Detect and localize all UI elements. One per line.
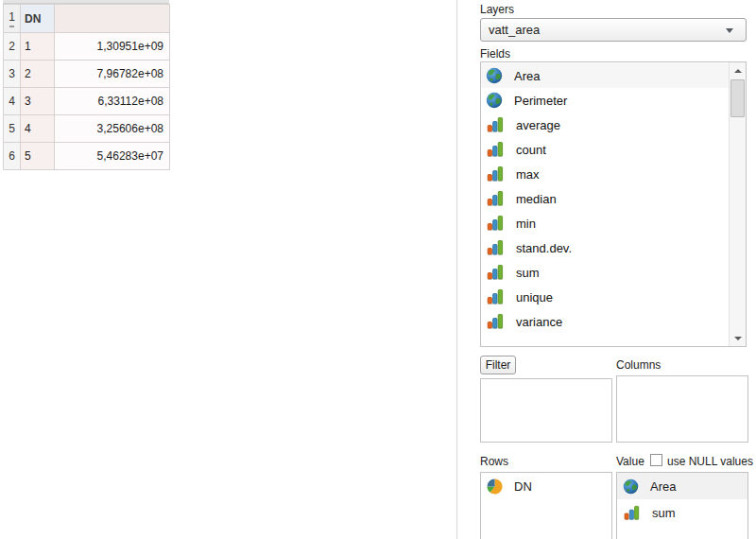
row-header[interactable]: 3	[4, 61, 21, 88]
sum-cell[interactable]: 7,96782e+08	[55, 61, 170, 88]
globe-icon	[486, 67, 503, 84]
groupstats-window: 1 DN 2 1 1,30951e+09 3 2 7,96782e+08 4 3…	[0, 0, 756, 539]
row-header[interactable]: 6	[4, 143, 21, 170]
row-header[interactable]: 2	[4, 33, 21, 61]
field-item-average[interactable]: average	[481, 113, 746, 137]
column-header-dn[interactable]: DN	[21, 5, 55, 33]
sum-cell[interactable]: 3,25606e+08	[55, 115, 170, 143]
bar-chart-icon	[486, 238, 505, 257]
field-label: variance	[516, 315, 562, 329]
value-label: Value	[616, 455, 644, 468]
field-label: min	[516, 217, 536, 231]
row-header-label: 1	[9, 10, 15, 24]
table-row: 5 4 3,25606e+08	[4, 115, 170, 143]
field-item-stand-dev[interactable]: stand.dev.	[481, 235, 746, 260]
value-item-area[interactable]: Area	[617, 473, 747, 499]
filter-drop-area[interactable]	[480, 378, 612, 443]
dn-cell[interactable]: 1	[21, 33, 55, 61]
row-header[interactable]: 4	[4, 88, 21, 115]
table-row: 4 3 6,33112e+08	[4, 88, 170, 115]
column-header-label: DN	[25, 12, 41, 26]
field-label: count	[516, 143, 546, 157]
field-item-unique[interactable]: unique	[481, 285, 746, 309]
field-item-median[interactable]: median	[481, 186, 746, 211]
table-row: 3 2 7,96782e+08	[4, 61, 170, 88]
sum-cell[interactable]: 1,30951e+09	[55, 33, 170, 61]
field-item-max[interactable]: max	[481, 162, 746, 186]
rows-item-label: DN	[514, 479, 532, 494]
bar-chart-icon	[486, 165, 505, 183]
use-null-values-label: use NULL values	[667, 455, 753, 468]
sort-indicator	[9, 26, 14, 27]
scroll-up-button[interactable]	[730, 62, 746, 78]
bar-chart-icon	[486, 263, 505, 282]
value-item-label: Area	[650, 479, 676, 494]
field-label: Perimeter	[514, 94, 567, 108]
scroll-down-button[interactable]	[730, 330, 746, 346]
arrow-down-icon	[734, 337, 742, 340]
column-header-value[interactable]	[55, 5, 170, 33]
field-item-sum[interactable]: sum	[481, 260, 746, 285]
rows-item-dn[interactable]: DN	[481, 473, 611, 499]
table-row: 6 5 5,46283e+07	[4, 143, 170, 170]
dn-cell[interactable]: 3	[21, 88, 55, 115]
field-label: Area	[514, 69, 540, 83]
field-item-count[interactable]: count	[481, 137, 746, 162]
globe-icon	[623, 478, 639, 495]
field-item-area[interactable]: Area	[481, 63, 746, 88]
field-label: sum	[516, 266, 540, 280]
table-header-row: 1 DN	[4, 5, 170, 33]
result-table: 1 DN 2 1 1,30951e+09 3 2 7,96782e+08 4 3…	[3, 4, 170, 170]
bar-chart-icon	[486, 287, 505, 306]
field-item-min[interactable]: min	[481, 211, 746, 235]
dn-cell[interactable]: 4	[21, 115, 55, 143]
layer-select[interactable]: vatt_area	[480, 18, 747, 42]
dn-cell[interactable]: 5	[21, 143, 55, 170]
dn-cell[interactable]: 2	[21, 61, 55, 88]
field-label: average	[516, 118, 560, 132]
fields-scrollbar[interactable]	[729, 62, 746, 346]
bar-chart-icon	[486, 140, 505, 159]
filter-button[interactable]: Filter	[480, 356, 516, 374]
bar-chart-icon	[486, 115, 505, 134]
sum-cell[interactable]: 5,46283e+07	[55, 143, 170, 170]
field-label: median	[516, 192, 557, 206]
sum-cell[interactable]: 6,33112e+08	[55, 88, 170, 115]
columns-label: Columns	[616, 358, 661, 372]
bar-chart-icon	[623, 504, 641, 522]
field-item-perimeter[interactable]: Perimeter	[481, 88, 746, 113]
value-item-sum[interactable]: sum	[617, 499, 747, 526]
arrow-up-icon	[734, 69, 742, 73]
row-header[interactable]: 5	[4, 115, 21, 143]
fields-label: Fields	[480, 47, 510, 61]
pie-chart-icon	[487, 478, 503, 495]
table-row: 2 1 1,30951e+09	[4, 33, 170, 61]
field-label: max	[516, 167, 540, 182]
row-header-1[interactable]: 1	[4, 5, 21, 33]
bar-chart-icon	[486, 189, 505, 208]
value-item-label: sum	[652, 506, 676, 520]
globe-icon	[486, 92, 503, 109]
field-label: unique	[516, 290, 553, 304]
use-null-values-checkbox[interactable]	[650, 454, 662, 466]
rows-label: Rows	[480, 455, 508, 468]
rows-drop-area[interactable]: DN	[480, 472, 612, 539]
field-item-variance[interactable]: variance	[481, 309, 746, 334]
bar-chart-icon	[486, 312, 505, 331]
columns-drop-area[interactable]	[616, 375, 748, 443]
layers-label: Layers	[480, 3, 514, 16]
value-drop-area[interactable]: Area sum	[616, 472, 748, 539]
panel-splitter[interactable]	[456, 0, 457, 539]
layer-selected-value: vatt_area	[489, 23, 540, 37]
bar-chart-icon	[486, 214, 505, 233]
chevron-down-icon	[726, 28, 733, 33]
fields-list: Area Perimeter average count max median …	[480, 61, 747, 347]
scrollbar-thumb[interactable]	[730, 79, 745, 117]
field-label: stand.dev.	[516, 241, 572, 255]
